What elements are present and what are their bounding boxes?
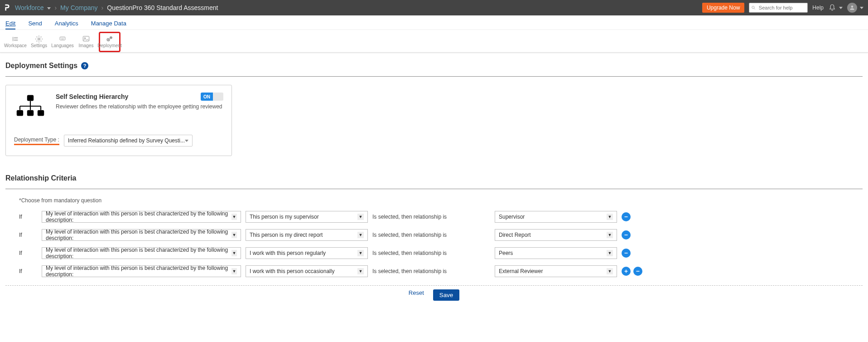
breadcrumb-assessment: QuestionPro 360 Standard Assessment [107, 4, 218, 11]
chevron-down-icon [47, 7, 51, 10]
tab-edit[interactable]: Edit [5, 18, 15, 29]
remove-row-button[interactable] [622, 212, 631, 221]
deployment-type-select[interactable]: Inferred Relationship defined by Survey … [64, 135, 193, 147]
tool-images[interactable]: Images [75, 32, 97, 52]
criteria-mid-text: Is selected, then relationship is [372, 250, 490, 256]
chevron-down-icon: ▼ [231, 214, 237, 220]
criteria-section-title-text: Relationship Criteria [5, 174, 76, 182]
svg-rect-14 [83, 36, 89, 41]
question-select[interactable]: My level of interaction with this person… [42, 247, 241, 259]
row-actions [622, 267, 649, 276]
criteria-row: If My level of interaction with this per… [5, 210, 863, 224]
notifications-dropdown[interactable] [828, 4, 843, 12]
tab-send[interactable]: Send [28, 18, 42, 29]
chevron-down-icon: ▼ [357, 268, 364, 274]
answer-select[interactable]: This person is my supervisor ▼ [246, 211, 368, 223]
if-label: If [19, 250, 37, 256]
tool-workspace-label: Workspace [4, 43, 27, 48]
gears-icon [104, 35, 115, 43]
deployment-card-header: Self Selecting Hierarchy ON [56, 93, 223, 101]
plus-icon [623, 269, 629, 274]
tool-languages[interactable]: Languages [52, 32, 73, 52]
topbar-right: Upgrade Now Help [702, 3, 863, 13]
minus-icon [623, 232, 629, 238]
relationship-value: Peers [499, 250, 513, 256]
upgrade-button[interactable]: Upgrade Now [702, 3, 744, 13]
search-help[interactable] [749, 3, 808, 13]
relationship-value: External Reviewer [499, 268, 543, 274]
breadcrumb-company[interactable]: My Company [60, 4, 97, 11]
answer-select[interactable]: This person is my direct report ▼ [246, 229, 368, 241]
deployment-type-value: Inferred Relationship defined by Survey … [68, 137, 185, 144]
toggle-on-label: ON [201, 93, 213, 101]
question-select[interactable]: My level of interaction with this person… [42, 229, 241, 241]
chevron-down-icon: ▼ [231, 232, 237, 238]
tool-settings[interactable]: Settings [28, 32, 50, 52]
relationship-select[interactable]: Supervisor ▼ [495, 211, 617, 223]
remove-row-button[interactable] [622, 249, 631, 258]
question-select[interactable]: My level of interaction with this person… [42, 265, 241, 277]
chevron-down-icon: ▼ [357, 232, 364, 238]
user-menu[interactable] [847, 3, 863, 13]
criteria-row: If My level of interaction with this per… [5, 246, 863, 260]
add-row-button[interactable] [622, 267, 631, 276]
hierarchy-icon [14, 93, 47, 121]
avatar [847, 3, 857, 13]
minus-icon [635, 269, 641, 274]
deployment-card: Self Selecting Hierarchy ON Reviewer def… [5, 85, 232, 156]
breadcrumb-sep: › [101, 4, 104, 11]
deployment-section-title-text: Deployment Settings [5, 62, 77, 70]
self-selecting-toggle[interactable]: ON [201, 93, 223, 101]
breadcrumb-product-label: Workforce [15, 4, 44, 11]
relationship-select[interactable]: External Reviewer ▼ [495, 265, 617, 277]
divider [5, 76, 863, 77]
tab-manage-data[interactable]: Manage Data [91, 18, 126, 29]
if-label: If [19, 214, 37, 220]
save-button[interactable]: Save [433, 289, 459, 301]
breadcrumb-sep: › [54, 4, 57, 11]
sub-toolbar: Workspace Settings Languages Images Depl… [0, 30, 868, 53]
svg-point-2 [851, 5, 854, 8]
question-value: My level of interaction with this person… [46, 210, 231, 223]
relationship-select[interactable]: Direct Report ▼ [495, 229, 617, 241]
svg-point-17 [108, 39, 109, 40]
row-actions [622, 212, 649, 221]
answer-select[interactable]: I work with this person regularly ▼ [246, 247, 368, 259]
reset-button[interactable]: Reset [409, 289, 424, 301]
answer-select[interactable]: I work with this person occasionally ▼ [246, 265, 368, 277]
tool-workspace[interactable]: Workspace [5, 32, 26, 52]
tool-deployment[interactable]: Deployment [99, 32, 121, 52]
main-tabs: Edit Send Analytics Manage Data [0, 15, 868, 30]
remove-row-button[interactable] [633, 267, 642, 276]
topbar: ᕈ Workforce › My Company › QuestionPro 3… [0, 0, 868, 15]
deployment-section-title: Deployment Settings ? [5, 62, 863, 70]
if-label: If [19, 232, 37, 238]
image-icon [81, 35, 92, 43]
chevron-down-icon: ▼ [231, 268, 237, 274]
criteria-row: If My level of interaction with this per… [5, 228, 863, 242]
breadcrumb-product[interactable]: Workforce [15, 4, 51, 11]
help-icon[interactable]: ? [81, 62, 88, 69]
relationship-select[interactable]: Peers ▼ [495, 247, 617, 259]
search-icon [751, 5, 756, 10]
relationship-value: Supervisor [499, 214, 525, 220]
svg-rect-8 [60, 37, 65, 40]
keyboard-icon [57, 35, 68, 43]
tool-languages-label: Languages [51, 43, 74, 48]
chevron-down-icon: ▼ [231, 250, 237, 256]
tool-deployment-label: Deployment [97, 43, 121, 48]
search-input[interactable] [758, 5, 806, 11]
tool-images-label: Images [79, 43, 94, 48]
criteria-row: If My level of interaction with this per… [5, 264, 863, 286]
tool-settings-label: Settings [31, 43, 47, 48]
help-link[interactable]: Help [812, 5, 824, 11]
svg-point-16 [107, 39, 110, 41]
question-select[interactable]: My level of interaction with this person… [42, 211, 241, 223]
minus-icon [623, 214, 629, 220]
answer-value: I work with this person occasionally [250, 268, 334, 274]
remove-row-button[interactable] [622, 230, 631, 239]
tab-analytics[interactable]: Analytics [55, 18, 78, 29]
svg-rect-27 [27, 110, 34, 116]
footer-actions: Reset Save [5, 289, 863, 301]
deployment-type-row: Deployment Type : Inferred Relationship … [14, 135, 223, 147]
